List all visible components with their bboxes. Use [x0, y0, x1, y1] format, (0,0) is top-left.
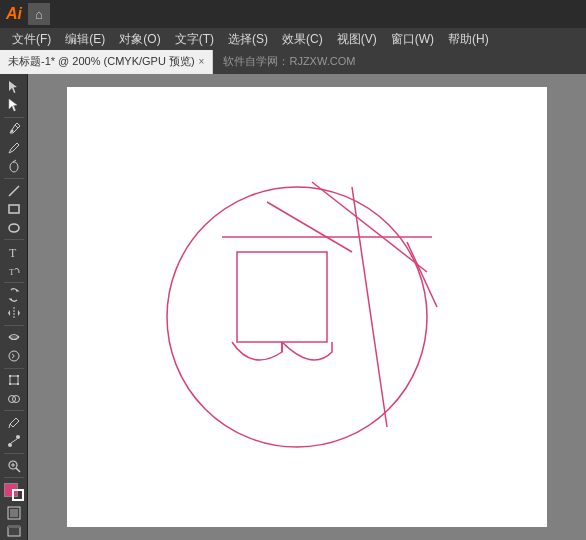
pencil-tool[interactable]	[2, 139, 26, 157]
menu-item-s[interactable]: 选择(S)	[222, 29, 274, 50]
menubar: 文件(F)编辑(E)对象(O)文字(T)选择(S)效果(C)视图(V)窗口(W)…	[0, 28, 586, 50]
toolbar-separator-5	[4, 325, 24, 326]
svg-marker-12	[18, 310, 20, 316]
menu-item-c[interactable]: 效果(C)	[276, 29, 329, 50]
svg-rect-19	[17, 383, 19, 385]
direct-selection-tool[interactable]	[2, 97, 26, 115]
canvas	[67, 87, 547, 527]
svg-marker-11	[8, 310, 10, 316]
blend-tool[interactable]	[2, 433, 26, 451]
eyedropper-tool[interactable]	[2, 414, 26, 432]
svg-point-7	[9, 224, 19, 232]
toolbar-separator-8	[4, 453, 24, 454]
zoom-tool[interactable]	[2, 457, 26, 475]
rectangle-tool[interactable]	[2, 200, 26, 218]
menu-item-v[interactable]: 视图(V)	[331, 29, 383, 50]
svg-marker-0	[9, 81, 17, 93]
width-tool[interactable]	[2, 329, 26, 347]
svg-rect-32	[8, 525, 20, 528]
warp-tool[interactable]	[2, 347, 26, 365]
toolbar-separator-7	[4, 410, 24, 411]
document-tab[interactable]: 未标题-1* @ 200% (CMYK/GPU 预览) ×	[0, 50, 213, 74]
svg-line-37	[352, 187, 387, 427]
toolbar-separator-3	[4, 239, 24, 240]
menu-item-e[interactable]: 编辑(E)	[59, 29, 111, 50]
svg-line-40	[407, 242, 437, 307]
screen-mode-button[interactable]	[2, 504, 26, 522]
svg-point-2	[10, 130, 13, 133]
svg-point-24	[16, 435, 20, 439]
main-area: T T	[0, 74, 586, 540]
tabbar: 未标题-1* @ 200% (CMYK/GPU 预览) × 软件自学网：RJZX…	[0, 50, 586, 74]
svg-rect-16	[9, 375, 11, 377]
blob-brush-tool[interactable]	[2, 158, 26, 176]
tab-label: 未标题-1* @ 200% (CMYK/GPU 预览)	[8, 54, 195, 69]
selection-tool[interactable]	[2, 78, 26, 96]
toolbar-separator-1	[4, 117, 24, 118]
left-toolbar: T T	[0, 74, 28, 540]
svg-point-33	[167, 187, 427, 447]
svg-marker-1	[9, 99, 17, 111]
shape-builder-tool[interactable]	[2, 390, 26, 408]
toolbar-separator-9	[4, 477, 24, 478]
svg-rect-30	[10, 509, 18, 517]
reflect-tool[interactable]	[2, 304, 26, 322]
svg-rect-34	[237, 252, 327, 342]
svg-rect-17	[17, 375, 19, 377]
menu-item-o[interactable]: 对象(O)	[113, 29, 166, 50]
change-screen-mode-button[interactable]	[2, 522, 26, 540]
artwork-svg	[67, 87, 547, 527]
svg-rect-18	[9, 383, 11, 385]
svg-line-5	[9, 186, 19, 196]
svg-point-23	[8, 443, 12, 447]
free-transform-tool[interactable]	[2, 371, 26, 389]
svg-text:T: T	[9, 267, 15, 277]
pen-tool[interactable]	[2, 121, 26, 139]
menu-item-h[interactable]: 帮助(H)	[442, 29, 495, 50]
menu-item-f[interactable]: 文件(F)	[6, 29, 57, 50]
canvas-area[interactable]	[28, 74, 586, 540]
toolbar-separator-4	[4, 282, 24, 283]
type-tool[interactable]: T	[2, 243, 26, 261]
ellipse-tool[interactable]	[2, 219, 26, 237]
tab-right-area: 软件自学网：RJZXW.COM	[213, 50, 586, 74]
svg-line-38	[267, 202, 352, 252]
toolbar-separator-6	[4, 368, 24, 369]
svg-line-26	[16, 468, 20, 472]
stroke-color-box[interactable]	[12, 489, 24, 501]
svg-rect-31	[8, 527, 20, 536]
ai-logo: Ai	[6, 5, 22, 23]
svg-line-22	[9, 424, 10, 428]
fill-stroke-indicator[interactable]	[2, 481, 26, 503]
svg-rect-6	[9, 205, 19, 213]
menu-item-w[interactable]: 窗口(W)	[385, 29, 440, 50]
titlebar: Ai ⌂	[0, 0, 586, 28]
svg-point-3	[10, 162, 18, 172]
svg-line-39	[312, 182, 427, 272]
rotate-tool[interactable]	[2, 286, 26, 304]
tab-close-button[interactable]: ×	[199, 56, 205, 67]
tab-right-text: 软件自学网：RJZXW.COM	[223, 54, 355, 69]
svg-rect-15	[10, 376, 18, 384]
home-button[interactable]: ⌂	[28, 3, 50, 25]
menu-item-t[interactable]: 文字(T)	[169, 29, 220, 50]
line-tool[interactable]	[2, 182, 26, 200]
toolbar-separator-2	[4, 178, 24, 179]
svg-text:T: T	[9, 246, 17, 259]
touch-type-tool[interactable]: T	[2, 262, 26, 280]
